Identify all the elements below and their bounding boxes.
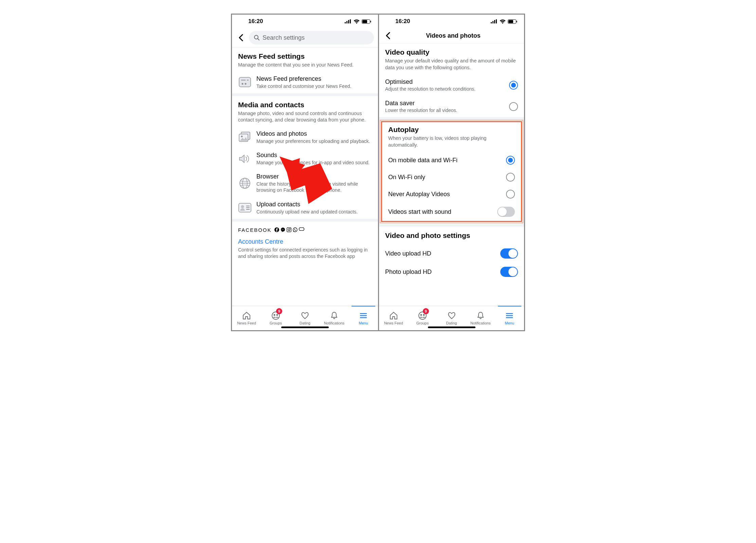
menu-icon (359, 311, 368, 320)
instagram-icon (287, 227, 291, 232)
radio-selected[interactable] (506, 156, 515, 165)
row-title: News Feed preferences (256, 75, 372, 82)
svg-point-16 (241, 136, 243, 137)
radio-unselected[interactable] (506, 190, 515, 199)
heart-icon (447, 311, 456, 320)
tab-newsfeed[interactable]: News Feed (232, 306, 261, 330)
bell-icon (330, 311, 339, 320)
search-icon (254, 35, 260, 41)
tab-menu[interactable]: Menu (349, 306, 378, 330)
tab-menu[interactable]: Menu (495, 306, 524, 330)
status-icons (491, 19, 517, 24)
accounts-centre-link[interactable]: Accounts Centre (232, 235, 378, 246)
home-icon (242, 311, 251, 320)
row-sounds[interactable]: Sounds Manage your preferences for in-ap… (232, 148, 378, 170)
option-title: Data saver (385, 100, 505, 107)
row-videos-photos[interactable]: Videos and photos Manage your preference… (232, 127, 378, 148)
tab-label: Dating (300, 321, 310, 325)
svg-rect-6 (371, 21, 371, 22)
menu-icon (505, 311, 514, 320)
settings-scroll[interactable]: News Feed settings Manage the content th… (232, 48, 378, 306)
screen-settings-search: 16:20 Search settings News Feed settings… (232, 15, 378, 330)
home-icon (389, 311, 398, 320)
whatsapp-icon (293, 227, 298, 232)
section-vp-settings: Video and photo settings (379, 227, 524, 244)
row-upload-contacts[interactable]: Upload contacts Continuously upload new … (232, 198, 378, 219)
section-title: News Feed settings (238, 52, 372, 60)
home-indicator[interactable] (281, 326, 329, 328)
svg-point-29 (290, 228, 290, 229)
row-desc: Continuously upload new and updated cont… (256, 209, 372, 215)
tab-label: Groups (416, 321, 429, 325)
tab-label: News Feed (384, 321, 403, 325)
svg-rect-3 (350, 19, 351, 23)
row-title: Videos and photos (256, 130, 372, 137)
facebook-brand-row: FACEBOOK (232, 219, 378, 235)
svg-point-35 (274, 314, 275, 316)
toggle-video-upload-hd[interactable]: Video upload HD (379, 244, 524, 263)
section-title: Video quality (385, 48, 518, 56)
option-title: Optimised (385, 78, 505, 86)
heart-icon (301, 311, 309, 320)
settings-scroll[interactable]: Video quality Manage your default video … (379, 43, 524, 306)
groups-badge: 9 (276, 308, 282, 314)
svg-point-13 (245, 83, 247, 85)
option-autoplay-mobile-wifi[interactable]: On mobile data and Wi-Fi (382, 152, 521, 169)
section-desc: Manage photo, video and sound controls a… (238, 110, 372, 124)
option-title: On Wi-Fi only (388, 174, 502, 181)
status-time: 16:20 (248, 18, 263, 25)
option-data-saver[interactable]: Data saver Lower the resolution for all … (379, 96, 524, 117)
tab-label: Groups (270, 321, 282, 325)
section-media-header: Media and contacts Manage photo, video a… (232, 93, 378, 127)
radio-unselected[interactable] (506, 173, 515, 182)
toggle-off[interactable] (497, 207, 515, 217)
tab-label: Notifications (470, 321, 491, 325)
screen-videos-photos: 16:20 Videos and photos Video quality Ma… (378, 15, 524, 330)
svg-rect-40 (491, 22, 492, 23)
signal-icon (491, 19, 498, 23)
toggle-photo-upload-hd[interactable]: Photo upload HD (379, 263, 524, 281)
accounts-centre-desc: Control settings for connected experienc… (232, 246, 378, 262)
tab-newsfeed[interactable]: News Feed (379, 306, 408, 330)
status-bar: 16:20 (232, 15, 378, 28)
section-newsfeed-header: News Feed settings Manage the content th… (232, 48, 378, 72)
option-autoplay-wifi-only[interactable]: On Wi-Fi only (382, 169, 521, 186)
option-autoplay-never[interactable]: Never Autoplay Videos (382, 186, 521, 203)
row-newsfeed-preferences[interactable]: News Feed preferences Take control and c… (232, 72, 378, 93)
sounds-icon (238, 152, 252, 166)
messenger-icon (281, 227, 285, 232)
radio-selected[interactable] (509, 81, 518, 90)
option-desc: Adjust the resolution to network conditi… (385, 86, 505, 92)
option-title: Photo upload HD (385, 268, 496, 276)
svg-point-28 (288, 229, 290, 231)
tab-label: Notifications (324, 321, 344, 325)
home-indicator[interactable] (428, 326, 475, 328)
battery-icon (362, 19, 371, 24)
back-button[interactable] (383, 31, 393, 40)
back-button[interactable] (236, 33, 246, 42)
option-title: Never Autoplay Videos (388, 191, 502, 198)
option-optimised[interactable]: Optimised Adjust the resolution to netwo… (379, 74, 524, 96)
section-desc: When your battery is low, videos stop pl… (388, 135, 515, 148)
photos-icon (238, 130, 252, 144)
nav-row: Search settings (232, 28, 378, 48)
section-title: Autoplay (388, 126, 515, 134)
tab-label: Dating (446, 321, 457, 325)
section-divider (379, 117, 524, 120)
facebook-icon (274, 227, 279, 232)
radio-unselected[interactable] (509, 102, 518, 111)
svg-point-36 (276, 314, 278, 316)
toggle-on[interactable] (500, 248, 518, 259)
search-input[interactable]: Search settings (249, 31, 374, 44)
row-browser[interactable]: Browser Clear the history of websites yo… (232, 170, 378, 197)
page-title: Videos and photos (396, 32, 510, 39)
svg-rect-41 (492, 21, 493, 23)
groups-badge: 9 (423, 308, 429, 314)
globe-icon (238, 176, 252, 190)
toggle-videos-sound[interactable]: Videos start with sound (382, 203, 521, 221)
row-desc: Take control and customise your News Fee… (256, 83, 372, 89)
row-desc: Manage your preferences for uploading an… (256, 138, 372, 144)
svg-rect-0 (345, 22, 346, 23)
row-title: Upload contacts (256, 201, 372, 208)
toggle-on[interactable] (500, 267, 518, 277)
